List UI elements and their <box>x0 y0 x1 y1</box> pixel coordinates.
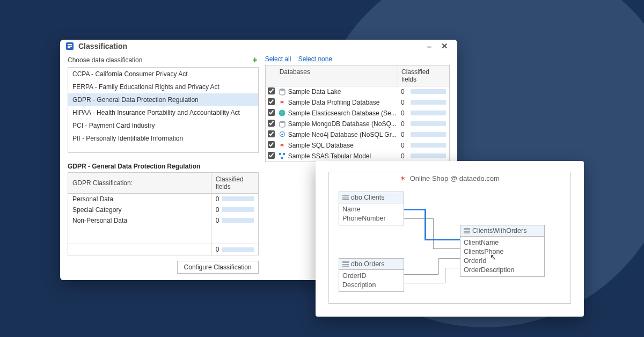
detail-row-empty <box>68 226 259 244</box>
databases-grid: Databases Classified fields Sample Data … <box>265 65 450 162</box>
detail-total-row: 0 <box>68 244 259 255</box>
relation-line-active <box>425 209 426 240</box>
detail-header-name: GDPR Classification: <box>68 172 211 193</box>
svg-rect-2 <box>68 46 72 47</box>
classification-item[interactable]: CCPA - California Consumer Privacy Act <box>68 68 258 80</box>
relation-line <box>404 218 433 219</box>
database-row: ⦿ Sample Neo4j Database (NoSQL Gr... 0 <box>266 129 449 140</box>
database-checkbox[interactable] <box>268 152 275 159</box>
relation-line <box>404 283 445 283</box>
database-icon <box>277 120 287 128</box>
relation-line <box>445 268 445 283</box>
detail-row: Non-Personal Data 0 <box>68 215 259 226</box>
entity-clientswithorders[interactable]: ClientsWithOrders ClientName ClientsPhon… <box>460 225 545 277</box>
close-button[interactable]: ✕ <box>437 41 452 51</box>
svg-rect-1 <box>68 44 72 45</box>
table-icon <box>342 195 349 200</box>
select-none-link[interactable]: Select none <box>298 55 332 63</box>
detail-row: Personal Data 0 <box>68 193 259 204</box>
db-header-count: Classified fields <box>398 65 449 86</box>
detail-row: Special Category 0 <box>68 204 259 215</box>
database-row: Sample SSAS Tabular Model 0 <box>266 151 449 162</box>
database-checkbox[interactable] <box>268 109 275 116</box>
table-icon <box>464 228 470 233</box>
progress-bar <box>222 247 253 252</box>
classification-detail-grid: GDPR Classification: Classified fields P… <box>68 172 259 256</box>
relation-line <box>433 218 434 248</box>
detail-section-title: GDPR - General Data Protection Regulatio… <box>68 163 259 170</box>
progress-bar <box>411 89 446 94</box>
database-checkbox[interactable] <box>268 130 275 137</box>
progress-bar <box>222 207 253 212</box>
database-icon <box>277 109 287 116</box>
relation-line <box>433 248 460 249</box>
window-title: Classification <box>78 42 127 50</box>
svg-rect-3 <box>68 47 70 48</box>
minimize-button[interactable]: – <box>422 42 437 51</box>
select-all-link[interactable]: Select all <box>265 55 291 63</box>
database-row: ✶ Sample SQL Database 0 <box>266 140 449 151</box>
choose-classification-label: Choose data classification <box>68 56 142 64</box>
database-checkbox[interactable] <box>268 141 275 148</box>
progress-bar <box>411 143 446 148</box>
database-icon: ⦿ <box>277 131 287 138</box>
cursor-icon: ↖ <box>490 253 496 261</box>
database-row: ✶ Sample Data Profiling Database 0 <box>266 97 449 108</box>
diagram-panel: ✶ Online Shop @ dataedo.com dbo.Clients … <box>316 161 584 317</box>
add-classification-button[interactable]: + <box>251 55 258 65</box>
diagram-title: ✶ Online Shop @ dataedo.com <box>329 174 570 182</box>
classification-item[interactable]: PII - Personally Identifiable Informatio… <box>68 132 258 145</box>
app-icon <box>65 42 74 50</box>
database-icon <box>277 152 287 159</box>
progress-bar <box>411 100 446 105</box>
svg-rect-7 <box>279 153 281 155</box>
database-icon: ✶ <box>277 98 287 106</box>
progress-bar <box>411 111 446 115</box>
progress-bar <box>222 196 253 201</box>
relation-line-active <box>425 239 460 240</box>
classification-item[interactable]: HIPAA - Health Insurance Portability and… <box>68 106 258 119</box>
diagram-source-icon: ✶ <box>400 174 406 182</box>
detail-header-count: Classified fields <box>211 172 258 193</box>
database-checkbox[interactable] <box>268 87 275 94</box>
relation-line-active <box>404 209 426 210</box>
database-row: Sample Elasticsearch Database (Se... 0 <box>266 108 449 119</box>
entity-orders[interactable]: dbo.Orders OrderID Description <box>339 258 404 292</box>
relation-line <box>404 274 438 275</box>
relation-line <box>445 268 460 268</box>
classification-item[interactable]: GDPR - General Data Protection Regulatio… <box>68 93 258 106</box>
classification-item[interactable]: FERPA - Family Educational Rights and Pr… <box>68 80 258 93</box>
classification-item[interactable]: PCI - Payment Card Industry <box>68 119 258 132</box>
database-checkbox[interactable] <box>268 120 275 127</box>
progress-bar <box>411 132 446 137</box>
diagram-canvas[interactable]: ✶ Online Shop @ dataedo.com dbo.Clients … <box>328 172 571 304</box>
entity-clients[interactable]: dbo.Clients Name PhoneNumber <box>339 192 404 225</box>
relation-line <box>438 258 439 274</box>
titlebar: Classification – ✕ <box>60 40 457 53</box>
database-row: Sample Data Lake 0 <box>266 86 449 97</box>
progress-bar <box>411 153 446 158</box>
relation-line <box>438 258 460 259</box>
svg-point-6 <box>280 121 285 123</box>
configure-classification-button[interactable]: Configure Classification <box>177 261 259 274</box>
db-header-name: Databases <box>277 65 398 86</box>
database-checkbox[interactable] <box>268 98 275 105</box>
progress-bar <box>411 121 446 126</box>
svg-rect-9 <box>281 157 283 159</box>
classification-list: CCPA - California Consumer Privacy Act F… <box>68 67 259 153</box>
database-row: Sample MongoDB Database (NoSQ... 0 <box>266 119 449 129</box>
svg-point-4 <box>280 89 285 91</box>
table-icon <box>342 261 349 267</box>
database-icon <box>277 88 287 96</box>
svg-rect-8 <box>283 153 285 155</box>
database-icon: ✶ <box>277 141 287 149</box>
progress-bar <box>222 218 253 223</box>
